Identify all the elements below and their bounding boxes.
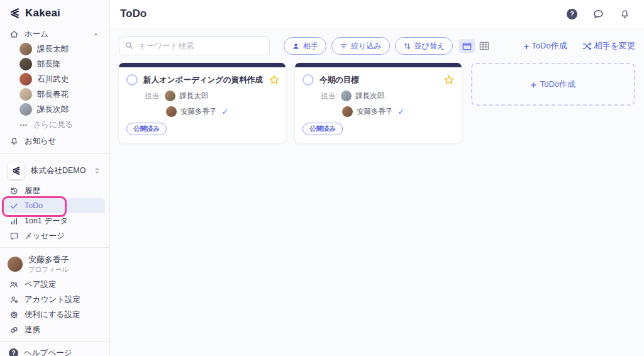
filter-button-label: 絞り込み (351, 41, 382, 52)
brand-logo-text: Kakeai (25, 7, 60, 19)
more-label: さらに見る (33, 120, 74, 130)
sidebar-item-pair-settings[interactable]: ペア設定 (0, 277, 109, 292)
nav-label-history: 履歴 (25, 186, 40, 196)
sidebar-item-todo[interactable]: ToDo (1, 198, 105, 213)
sidebar-user-item[interactable]: 部長春花 (0, 87, 109, 102)
search-box (119, 36, 270, 55)
assignee-name: 課長次郎 (355, 91, 384, 101)
person-gear-icon (9, 295, 19, 304)
help-icon: ? (9, 348, 18, 356)
settings-label-integrations: 連携 (25, 325, 40, 335)
updown-selector-icon (94, 167, 101, 175)
avatar (19, 43, 32, 55)
todo-card-list: 新人オンボーディングの資料作成 担当: 課長太郎 (119, 63, 635, 143)
assignee-label: 担当: (145, 91, 161, 101)
todo-card[interactable]: 今期の目標 担当: 課長次郎 (295, 63, 462, 143)
speech-bubble-icon (9, 231, 19, 241)
sidebar-home-label: ホーム (25, 29, 48, 40)
company-switcher[interactable]: 株式会社DEMO (0, 158, 109, 183)
create-card-label: ToDo作成 (540, 79, 575, 90)
todo-title: 今期の目標 (319, 75, 438, 86)
content-area: 相手 絞り込み 並び替え (110, 28, 644, 356)
create-todo-link[interactable]: + ToDo作成 (524, 40, 567, 52)
gear-icon (9, 310, 19, 320)
bell-icon[interactable] (619, 9, 630, 19)
person-icon (292, 42, 300, 50)
sidebar-item-help[interactable]: ? ヘルプページ (0, 345, 109, 356)
todo-checkbox[interactable] (303, 74, 314, 86)
user-name: 課長次郎 (37, 104, 69, 115)
card-accent-bar (119, 63, 286, 67)
sort-button-label: 並び替え (414, 41, 445, 52)
search-icon (125, 41, 134, 50)
bar-chart-icon (9, 216, 19, 226)
sidebar-item-messages[interactable]: メッセージ (0, 228, 109, 243)
star-icon[interactable] (269, 74, 280, 86)
kakeai-logo-icon (8, 7, 21, 19)
checkmark-icon: ✓ (222, 107, 229, 116)
app-window: Kakeai ホーム 課長太郎 部長隆 石川武史 (0, 0, 644, 356)
sidebar-item-1on1-data[interactable]: 1on1 データ (0, 213, 109, 228)
sidebar-item-history[interactable]: 履歴 (0, 183, 109, 198)
main-area: ToDo ? (110, 0, 644, 356)
avatar (341, 91, 352, 101)
sidebar-more-button[interactable]: ⋯ さらに見る (0, 117, 109, 132)
partner-button-label: 相手 (303, 41, 318, 52)
star-icon[interactable] (443, 74, 455, 86)
sidebar: Kakeai ホーム 課長太郎 部長隆 石川武史 (0, 0, 110, 356)
assignee-label: 担当: (321, 91, 337, 101)
settings-label-account: アカウント設定 (25, 294, 80, 305)
sidebar-item-home[interactable]: ホーム (0, 26, 109, 42)
change-partner-link[interactable]: 相手を変更 (582, 40, 635, 52)
bell-icon (9, 136, 19, 146)
partner-filter-button[interactable]: 相手 (284, 37, 326, 55)
plus-icon: + (531, 80, 536, 89)
sidebar-user-item[interactable]: 部長隆 (0, 57, 109, 72)
notifications-label: お知らせ (25, 136, 57, 147)
checkmark-icon: ✓ (398, 107, 405, 116)
search-input[interactable] (119, 36, 270, 55)
avatar (165, 91, 175, 101)
avatar (19, 88, 32, 101)
sidebar-item-integrations[interactable]: 連携 (0, 322, 109, 337)
sort-button[interactable]: 並び替え (395, 37, 453, 55)
history-icon (9, 186, 19, 196)
help-circle-icon[interactable]: ? (567, 9, 577, 19)
avatar (342, 106, 353, 117)
profile-name: 安藤多香子 (28, 255, 69, 265)
nav-label-messages: メッセージ (25, 231, 65, 242)
brand-logo[interactable]: Kakeai (0, 0, 109, 26)
check-icon (9, 201, 19, 211)
sidebar-divider (0, 153, 109, 154)
filter-button[interactable]: 絞り込み (331, 37, 390, 55)
top-bar: ToDo ? (110, 0, 644, 28)
todo-card[interactable]: 新人オンボーディングの資料作成 担当: 課長太郎 (119, 63, 286, 143)
todo-checkbox[interactable] (126, 74, 138, 86)
sidebar-profile[interactable]: 安藤多香子 プロフィール (0, 253, 109, 275)
sidebar-item-account-settings[interactable]: アカウント設定 (0, 292, 109, 307)
sidebar-divider (0, 247, 109, 248)
status-badge: 公開済み (126, 123, 167, 135)
sidebar-user-item[interactable]: 石川武史 (0, 72, 109, 87)
avatar (19, 58, 32, 70)
table-view-toggle[interactable] (479, 42, 489, 50)
shuffle-icon (582, 42, 592, 50)
nav-label-1on1-data: 1on1 データ (25, 216, 68, 226)
avatar (19, 103, 32, 116)
chat-icon[interactable] (592, 8, 604, 20)
assignee-name: 安藤多香子 (357, 107, 393, 116)
status-badge: 公開済み (303, 123, 343, 135)
card-view-toggle[interactable] (459, 39, 475, 53)
sidebar-user-item[interactable]: 課長太郎 (0, 42, 109, 57)
settings-label-preferences: 便利にする設定 (25, 309, 80, 320)
avatar (166, 106, 177, 117)
avatar (8, 257, 23, 272)
sidebar-item-notifications[interactable]: お知らせ (0, 132, 109, 150)
user-name: 課長太郎 (37, 44, 69, 55)
sidebar-user-item[interactable]: 課長次郎 (0, 102, 109, 117)
toolbar: 相手 絞り込み 並び替え (119, 36, 635, 55)
create-todo-card-button[interactable]: + ToDo作成 (471, 63, 635, 106)
sidebar-item-preferences[interactable]: 便利にする設定 (0, 307, 109, 322)
user-name: 石川武史 (37, 74, 69, 85)
chevron-up-icon[interactable] (92, 31, 99, 38)
